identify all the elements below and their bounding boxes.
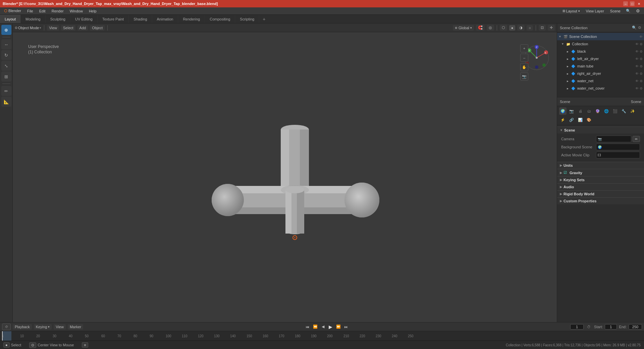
tab-scripting[interactable]: Scripting — [235, 15, 259, 23]
menu-window[interactable]: Window — [67, 8, 86, 14]
viewport-3d[interactable]: ⊙ Object Mode ▾ View Select Add Object ⊕… — [13, 23, 557, 341]
tab-uv-editing[interactable]: UV Editing — [70, 15, 98, 23]
prop-icon-data[interactable]: 📊 — [577, 116, 584, 123]
transform-tool[interactable]: ⊞ — [1, 71, 11, 82]
outliner-water-net[interactable]: ▸ 🔷 water_net 👁 ⚙ — [557, 77, 644, 85]
movie-clip-value[interactable]: 🎞 — [596, 152, 640, 158]
transform-space[interactable]: ⊕ Global ▾ — [453, 25, 474, 31]
prev-keyframe-btn[interactable]: ⏪ — [312, 323, 319, 330]
keying-sets-header[interactable]: ▶ Keying Sets — [557, 176, 644, 183]
search-btn[interactable]: 🔍 — [624, 8, 633, 14]
menu-file[interactable]: File — [24, 8, 36, 14]
outliner-left-air-dryer[interactable]: ▸ 🔷 left_air_dryer 👁 ⚙ — [557, 55, 644, 62]
prop-icon-render[interactable]: 📷 — [568, 107, 575, 115]
tab-texture-paint[interactable]: Texture Paint — [98, 15, 129, 23]
playback-menu[interactable]: Playback — [13, 324, 32, 330]
solid-btn[interactable]: ● — [509, 25, 516, 31]
close-btn[interactable]: ✕ — [637, 1, 641, 6]
prop-icon-particles[interactable]: ✨ — [629, 107, 636, 115]
prop-icon-constraints[interactable]: 🔗 — [568, 116, 575, 123]
keying-menu[interactable]: Keying ▾ — [34, 324, 52, 330]
custom-properties-header[interactable]: ▶ Custom Properties — [557, 197, 644, 204]
object-mode-selector[interactable]: ⊙ Object Mode ▾ — [15, 26, 41, 30]
camera-value[interactable]: 📷 — [596, 136, 631, 142]
outliner-scene-collection[interactable]: ▼ 🎬 Scene Collection 👁 — [557, 33, 644, 40]
menu-status-btn[interactable]: ≡ — [82, 342, 88, 348]
current-frame-input[interactable] — [570, 324, 584, 330]
outliner-main-tube[interactable]: ▸ 🔷 main tube 👁 ⚙ — [557, 62, 644, 70]
view-menu[interactable]: View — [47, 25, 59, 31]
gizmo-btn[interactable]: ✛ — [548, 25, 555, 31]
units-section-header[interactable]: ▶ Units — [557, 162, 644, 169]
prop-icon-scene[interactable]: 🌍 — [559, 107, 567, 115]
material-btn[interactable]: ◑ — [517, 25, 525, 31]
move-tool[interactable]: ↔ — [1, 39, 11, 49]
prop-icon-view-layer[interactable]: 🗂 — [585, 107, 593, 115]
add-menu[interactable]: Add — [77, 25, 88, 31]
timeline-track[interactable]: 1 10 20 30 40 50 60 70 80 90 100 110 120… — [0, 331, 644, 341]
overlay-btn[interactable]: ⊡ — [539, 25, 546, 31]
view-menu-timeline[interactable]: View — [54, 324, 66, 330]
annotate-tool[interactable]: ✏ — [1, 86, 11, 96]
zoom-out-btn[interactable]: – — [520, 54, 528, 62]
rigid-body-world-header[interactable]: ▶ Rigid Body World — [557, 190, 644, 197]
layout-dropdown[interactable]: ⊞ Layout ▾ — [560, 8, 583, 14]
next-keyframe-btn[interactable]: ⏩ — [335, 323, 342, 330]
outliner-right-air-dryer[interactable]: ▸ 🔷 right_air_dryer 👁 ⚙ — [557, 70, 644, 77]
audio-section-header[interactable]: ▶ Audio — [557, 183, 644, 190]
rotate-tool[interactable]: ↻ — [1, 50, 11, 60]
gravity-section-header[interactable]: ▶ ☑ Gravity — [557, 169, 644, 176]
marker-menu[interactable]: Marker — [68, 324, 83, 330]
wireframe-btn[interactable]: ⬡ — [500, 25, 507, 31]
scene-section-header[interactable]: ▼ Scene — [557, 127, 644, 134]
add-workspace-btn[interactable]: + — [259, 15, 269, 23]
outliner-water-net-cover[interactable]: ▸ 🔷 water_net_cover 👁 ⚙ — [557, 85, 644, 92]
play-reverse-btn[interactable]: ◀ — [320, 323, 326, 330]
scale-tool[interactable]: ⤡ — [1, 61, 11, 71]
pan-btn[interactable]: ✋ — [520, 63, 528, 71]
jump-start-btn[interactable]: ⏮ — [304, 323, 311, 330]
center-view-btn[interactable]: ⊙ — [29, 342, 36, 348]
start-frame-input[interactable] — [605, 324, 617, 330]
rendered-btn[interactable]: ○ — [527, 25, 533, 31]
zoom-in-btn[interactable]: + — [520, 44, 528, 52]
outliner-settings-icon[interactable]: ⚙ — [638, 26, 641, 30]
menu-render[interactable]: Render — [49, 8, 66, 14]
window-controls[interactable]: – □ ✕ — [623, 1, 641, 6]
gravity-checkbox[interactable]: ☑ — [564, 170, 567, 175]
scene-dropdown[interactable]: Scene — [607, 8, 623, 14]
prop-icon-physics[interactable]: ⚡ — [559, 116, 567, 123]
jump-end-btn[interactable]: ⏭ — [343, 323, 350, 330]
select-btn[interactable]: ● — [3, 342, 10, 348]
camera-view-btn[interactable]: 📷 — [520, 72, 528, 81]
outliner-collection[interactable]: ▼ 📁 Collection 👁 ⚙ — [557, 40, 644, 48]
menu-help[interactable]: Help — [86, 8, 99, 14]
prop-icon-modifier[interactable]: 🔧 — [620, 107, 628, 115]
tab-modeling[interactable]: Modeling — [21, 15, 46, 23]
play-btn[interactable]: ▶ — [327, 323, 334, 330]
select-tool[interactable]: ⊕ — [1, 25, 11, 35]
tab-layout[interactable]: Layout — [0, 15, 21, 23]
tab-shading[interactable]: Shading — [129, 15, 152, 23]
select-menu[interactable]: Select — [61, 25, 75, 31]
tab-sculpting[interactable]: Sculpting — [46, 15, 70, 23]
tab-animation[interactable]: Animation — [152, 15, 178, 23]
prop-icon-material[interactable]: 🎨 — [585, 116, 593, 123]
maximize-btn[interactable]: □ — [630, 1, 635, 6]
tab-rendering[interactable]: Rendering — [178, 15, 205, 23]
tab-compositing[interactable]: Compositing — [205, 15, 235, 23]
prop-icon-scene2[interactable]: 🔮 — [594, 107, 601, 115]
camera-edit-btn[interactable]: ✏ — [633, 136, 640, 142]
snap-btn[interactable]: 🧲 — [476, 25, 485, 31]
user-prefs-btn[interactable]: ⚙ — [633, 8, 643, 14]
menu-edit[interactable]: Edit — [37, 8, 48, 14]
object-menu[interactable]: Object — [90, 25, 105, 31]
prop-icon-output[interactable]: 🖨 — [577, 107, 584, 115]
prop-icon-object[interactable]: ⬛ — [611, 107, 619, 115]
prop-icon-world[interactable]: 🌐 — [603, 107, 610, 115]
timeline-type-btn[interactable]: ⏱ — [2, 323, 11, 330]
background-scene-value[interactable]: 🌍 — [596, 144, 640, 150]
minimize-btn[interactable]: – — [623, 1, 628, 6]
proportional-btn[interactable]: ◎ — [487, 25, 494, 31]
measure-tool[interactable]: 📐 — [1, 97, 11, 107]
